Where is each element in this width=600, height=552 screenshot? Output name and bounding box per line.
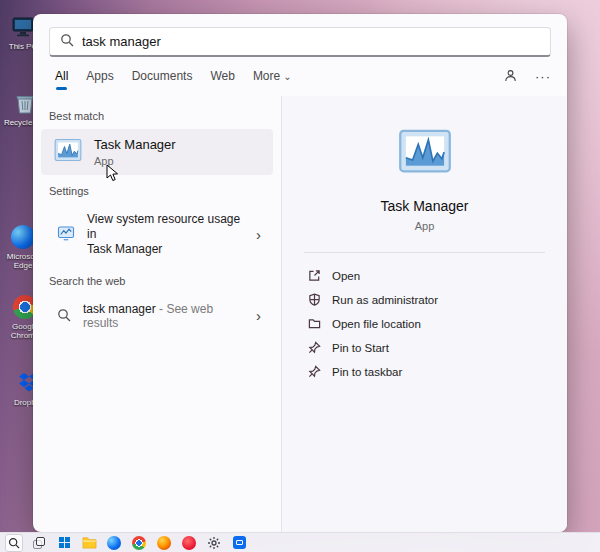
taskbar-chrome-icon[interactable]: [130, 534, 148, 552]
pin-icon: [308, 341, 321, 354]
search-filter-tabs: All Apps Documents Web More⌄ ···: [33, 57, 567, 92]
best-match-result[interactable]: Task Manager App: [41, 129, 273, 175]
folder-icon: [308, 317, 321, 330]
taskbar: [0, 532, 600, 552]
chevron-right-icon[interactable]: ›: [256, 229, 261, 241]
result-title-line2: Task Manager: [87, 242, 244, 257]
taskbar-file-explorer-icon[interactable]: [80, 534, 98, 552]
taskbar-firefox-icon[interactable]: [155, 534, 173, 552]
account-icon[interactable]: [504, 69, 517, 90]
task-manager-icon-large: [398, 124, 452, 182]
tab-documents[interactable]: Documents: [132, 69, 193, 92]
taskbar-store-icon[interactable]: [230, 534, 248, 552]
divider: [304, 252, 545, 253]
resource-usage-icon: [57, 224, 75, 245]
action-run-as-administrator[interactable]: Run as administrator: [306, 289, 543, 310]
action-pin-to-start[interactable]: Pin to Start: [306, 337, 543, 358]
action-open[interactable]: Open: [306, 265, 543, 286]
taskbar-search-icon[interactable]: [5, 534, 23, 552]
open-icon: [308, 269, 321, 282]
search-icon: [57, 308, 71, 325]
web-query: task manager: [83, 302, 156, 316]
action-open-file-location[interactable]: Open file location: [306, 313, 543, 334]
results-column: Best match Task Manager App Settings: [33, 96, 281, 532]
tab-more[interactable]: More⌄: [253, 69, 292, 92]
search-web-label: Search the web: [49, 275, 273, 287]
search-window: All Apps Documents Web More⌄ ··· Best ma…: [33, 14, 567, 532]
preview-panel: Task Manager App Open Run as administrat…: [281, 96, 567, 532]
mouse-cursor-icon: [106, 164, 120, 186]
taskbar-opera-icon[interactable]: [180, 534, 198, 552]
preview-actions: Open Run as administrator Open file loca…: [282, 265, 567, 382]
search-input[interactable]: [82, 34, 540, 49]
tab-web[interactable]: Web: [210, 69, 234, 92]
desktop: This PC Recycle Bin Microsoft Edge Googl…: [0, 0, 600, 552]
tab-apps[interactable]: Apps: [86, 69, 113, 92]
chevron-down-icon: ⌄: [283, 71, 291, 82]
task-manager-icon: [54, 136, 82, 168]
taskbar-edge-icon[interactable]: [105, 534, 123, 552]
shield-icon: [308, 293, 321, 306]
taskbar-start-icon[interactable]: [55, 534, 73, 552]
result-title-line1: View system resource usage in: [87, 212, 244, 242]
tab-all[interactable]: All: [55, 69, 68, 92]
web-search-result[interactable]: task manager - See web results ›: [41, 294, 273, 338]
best-match-label: Best match: [49, 110, 273, 122]
chevron-right-icon[interactable]: ›: [256, 310, 261, 322]
preview-title: Task Manager: [381, 198, 469, 214]
taskbar-task-view-icon[interactable]: [30, 534, 48, 552]
taskbar-settings-icon[interactable]: [205, 534, 223, 552]
preview-subtitle: App: [415, 220, 435, 232]
settings-result[interactable]: View system resource usage in Task Manag…: [41, 204, 273, 265]
more-options-icon[interactable]: ···: [535, 69, 551, 92]
action-pin-to-taskbar[interactable]: Pin to taskbar: [306, 361, 543, 382]
result-title: Task Manager: [94, 137, 176, 152]
settings-label: Settings: [49, 185, 273, 197]
search-icon: [60, 33, 74, 51]
pin-icon: [308, 365, 321, 378]
search-box[interactable]: [49, 27, 551, 57]
